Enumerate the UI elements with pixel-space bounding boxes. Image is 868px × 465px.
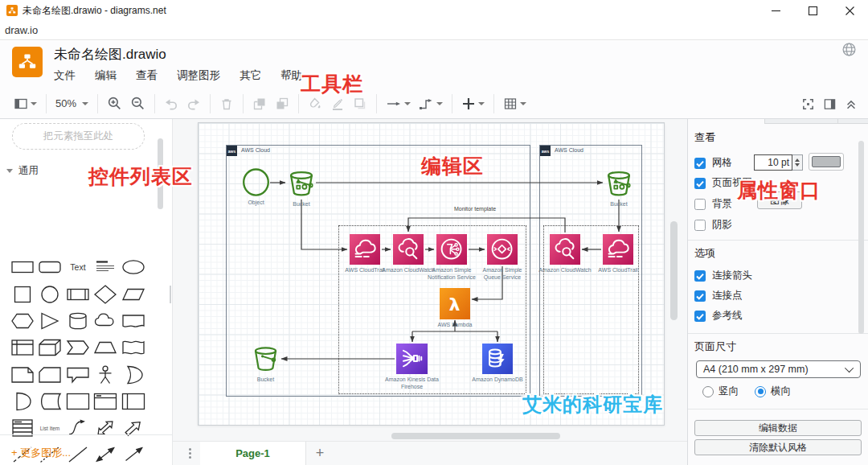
section-general[interactable]: 通用 (6, 164, 39, 178)
node-kinesis[interactable] (396, 344, 428, 374)
sidebar-scrollbar[interactable] (158, 138, 163, 209)
delete-button[interactable] (215, 92, 238, 116)
zoom-out-button[interactable] (126, 92, 149, 116)
menu-extras[interactable]: 其它 (236, 66, 269, 87)
option-connection-points-checkbox[interactable] (694, 290, 706, 302)
shape-tape[interactable] (120, 335, 147, 360)
node-cloudwatch-1[interactable] (393, 234, 424, 265)
view-panels-button[interactable] (10, 92, 41, 116)
document-title[interactable]: 未命名绘图.drawio (54, 45, 166, 64)
menu-edit[interactable]: 编辑 (92, 66, 125, 87)
menu-help[interactable]: 帮助 (277, 66, 310, 87)
shape-diamond[interactable] (92, 282, 119, 307)
canvas-horizontal-scrollbar[interactable] (391, 433, 560, 439)
shape-bidirectional-arrow[interactable] (92, 415, 119, 441)
shape-square[interactable] (9, 282, 36, 307)
close-button[interactable] (831, 0, 868, 21)
shape-internal-storage[interactable] (9, 335, 36, 360)
option-connection-arrows-checkbox[interactable] (694, 270, 706, 282)
grid-size-input[interactable]: 10 pt (754, 154, 792, 171)
shape-cloud[interactable] (92, 308, 119, 334)
node-cloudtrail-2[interactable] (603, 234, 633, 265)
menu-view[interactable]: 查看 (133, 66, 166, 87)
node-cloudtrail-1[interactable] (350, 234, 380, 265)
to-front-button[interactable] (248, 92, 271, 116)
maximize-button[interactable] (794, 0, 831, 21)
connection-style-button[interactable] (415, 92, 447, 116)
drawio-brand-label[interactable]: draw.io (5, 24, 38, 36)
option-guides-checkbox[interactable] (694, 311, 706, 322)
view-page-view-checkbox[interactable] (694, 178, 706, 189)
shape-textbox[interactable] (92, 254, 119, 280)
orientation-landscape-radio[interactable] (755, 386, 766, 397)
shape-circle[interactable] (36, 282, 63, 307)
shape-list[interactable] (9, 415, 36, 441)
node-sns[interactable] (436, 234, 467, 265)
node-bucket-3[interactable] (252, 344, 280, 374)
shape-cube[interactable] (36, 335, 63, 360)
shadow-button[interactable] (349, 92, 371, 116)
shape-actor[interactable] (92, 362, 119, 388)
shape-note[interactable] (9, 362, 36, 388)
shape-rect[interactable] (9, 254, 36, 280)
shape-rounded-rect[interactable] (36, 254, 63, 280)
grid-color-button[interactable] (809, 153, 844, 171)
format-panel-toggle-button[interactable] (819, 92, 841, 116)
node-cloudwatch-2[interactable] (550, 234, 580, 265)
undo-button[interactable] (160, 92, 182, 116)
grid-size-stepper[interactable] (792, 154, 803, 171)
page-size-select[interactable]: A4 (210 mm x 297 mm) (696, 360, 861, 378)
zoom-level-select[interactable]: 50% (51, 92, 92, 116)
shape-hexagon[interactable] (9, 308, 36, 334)
shape-curve[interactable] (64, 415, 92, 441)
shape-and[interactable] (9, 389, 36, 414)
shape-triangle[interactable] (36, 308, 63, 334)
shape-ellipse[interactable] (120, 254, 147, 280)
shape-process[interactable] (64, 282, 92, 307)
clear-default-style-button[interactable]: 清除默认风格 (694, 439, 862, 455)
insert-button[interactable] (457, 92, 489, 116)
pages-menu-button[interactable] (179, 448, 200, 459)
language-globe-icon[interactable] (841, 42, 857, 60)
shape-step[interactable] (64, 335, 92, 360)
more-shapes-button[interactable]: + 更多图形... (11, 446, 71, 460)
node-sqs[interactable] (487, 234, 518, 265)
drag-elements-drop-area[interactable]: 把元素拖至此处 (12, 123, 145, 150)
minimize-button[interactable] (757, 0, 794, 21)
node-bucket-2[interactable] (604, 168, 633, 199)
fullscreen-button[interactable] (797, 92, 819, 116)
background-image-button[interactable]: 图像 (757, 191, 802, 209)
shape-card[interactable] (36, 362, 63, 388)
shape-document[interactable] (120, 308, 147, 334)
view-shadow-checkbox[interactable] (694, 220, 706, 231)
node-dynamodb[interactable] (482, 344, 513, 374)
zoom-in-button[interactable] (103, 92, 126, 116)
shape-container-vertical[interactable] (120, 389, 147, 414)
shape-bidirectional-line[interactable] (92, 442, 119, 465)
view-background-checkbox[interactable] (694, 199, 706, 210)
menu-file[interactable]: 文件 (51, 66, 84, 87)
node-object[interactable] (242, 167, 270, 197)
to-back-button[interactable] (271, 92, 293, 116)
node-bucket-1[interactable] (287, 168, 316, 199)
shape-list-item[interactable]: List Item (36, 415, 63, 441)
shape-container[interactable] (64, 389, 92, 414)
shape-arrow-shape[interactable] (120, 415, 147, 441)
shape-or[interactable] (120, 362, 147, 388)
menu-arrange[interactable]: 调整图形 (174, 66, 228, 87)
page-tab[interactable]: Page-1 (200, 442, 306, 465)
grid-checkbox[interactable] (694, 158, 706, 169)
redo-button[interactable] (182, 92, 205, 116)
shape-trapezoid[interactable] (92, 335, 119, 360)
collapse-toolbar-button[interactable] (841, 92, 862, 116)
edit-data-button[interactable]: 编辑数据 (694, 420, 862, 436)
add-page-button[interactable]: + (306, 445, 334, 462)
panel-scrollbar[interactable] (858, 141, 864, 334)
table-button[interactable] (499, 92, 530, 116)
line-color-button[interactable] (326, 92, 349, 116)
waypoint-style-button[interactable] (382, 92, 415, 116)
shape-parallelogram[interactable] (120, 282, 147, 307)
shape-data-storage[interactable] (36, 389, 63, 414)
shape-cylinder[interactable] (64, 308, 92, 334)
orientation-portrait-radio[interactable] (702, 386, 714, 397)
